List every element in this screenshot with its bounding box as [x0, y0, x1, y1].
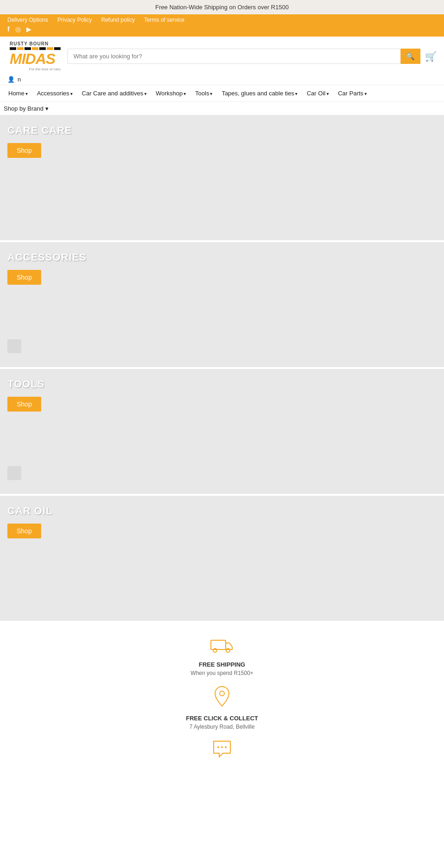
- header-icons: 🛒: [425, 51, 437, 62]
- account-row: 👤 n: [0, 76, 444, 85]
- tools-chevron: ▾: [210, 91, 212, 96]
- category-accessories: ACCESSORIES Shop: [0, 242, 444, 367]
- shop-by-brand-link[interactable]: Shop by Brand ▾: [4, 105, 49, 112]
- features-section: FREE SHIPPING When you spend R1500+ FREE…: [0, 623, 444, 789]
- cart-icon[interactable]: 🛒: [425, 51, 437, 62]
- home-chevron: ▾: [25, 91, 28, 96]
- feature-free-shipping: FREE SHIPPING When you spend R1500+: [7, 637, 437, 676]
- svg-point-5: [221, 746, 223, 748]
- main-nav: Home▾ Accessories▾ Car Care and additive…: [0, 85, 444, 102]
- car-oil-chevron: ▾: [327, 91, 329, 96]
- collect-subtitle: 7 Aylesbury Road, Bellville: [189, 724, 254, 730]
- search-input[interactable]: [68, 49, 420, 64]
- search-button[interactable]: 🔍: [401, 49, 420, 64]
- tools-thumb: [7, 466, 21, 480]
- category-tools-title: TOOLS: [7, 378, 437, 390]
- category-care-care: CARE CARE Shop: [0, 115, 444, 240]
- social-bar: f ◎ ▶: [0, 25, 444, 37]
- logo-wrap: RUSTY BOURN MIDAS For the love of cars: [10, 41, 61, 71]
- collect-title: FREE CLICK & COLLECT: [186, 715, 258, 722]
- shipping-title: FREE SHIPPING: [199, 661, 245, 668]
- car-care-chevron: ▾: [144, 91, 147, 96]
- shipping-subtitle: When you spend R1500+: [191, 670, 253, 676]
- feature-click-collect: FREE CLICK & COLLECT 7 Aylesbury Road, B…: [7, 686, 437, 730]
- accessories-thumb: [7, 339, 21, 353]
- category-care-care-title: CARE CARE: [7, 125, 437, 137]
- shop-care-care-button[interactable]: Shop: [7, 143, 41, 158]
- nav-car-care[interactable]: Car Care and additives▾: [77, 85, 151, 101]
- tapes-chevron: ▾: [295, 91, 297, 96]
- nav-workshop[interactable]: Workshop▾: [151, 85, 191, 101]
- terms-of-service-link[interactable]: Terms of service: [144, 17, 184, 23]
- refund-policy-link[interactable]: Refund policy: [101, 17, 135, 23]
- category-tools: TOOLS Shop: [0, 369, 444, 494]
- nav-home[interactable]: Home▾: [4, 85, 32, 101]
- svg-point-6: [225, 746, 227, 748]
- logo-tagline: For the love of cars: [10, 67, 61, 71]
- category-accessories-title: ACCESSORIES: [7, 251, 437, 263]
- nav-accessories[interactable]: Accessories▾: [32, 85, 77, 101]
- account-label: n: [18, 76, 21, 83]
- top-banner: Free Nation-Wide Shipping on Orders over…: [0, 0, 444, 14]
- delivery-options-link[interactable]: Delivery Options: [7, 17, 48, 23]
- shipping-icon: [210, 637, 234, 657]
- accessories-chevron: ▾: [70, 91, 73, 96]
- car-parts-chevron: ▾: [364, 91, 367, 96]
- privacy-policy-link[interactable]: Privacy Policy: [57, 17, 92, 23]
- instagram-icon[interactable]: ◎: [15, 25, 21, 33]
- svg-rect-0: [211, 640, 226, 649]
- category-car-oil: CAR OIL Shop: [0, 496, 444, 621]
- workshop-chevron: ▾: [184, 91, 186, 96]
- logo-name: MIDAS: [10, 51, 61, 67]
- shop-tools-button[interactable]: Shop: [7, 397, 41, 412]
- shop-accessories-button[interactable]: Shop: [7, 270, 41, 285]
- shop-by-brand-chevron: ▾: [45, 105, 49, 112]
- svg-point-3: [220, 691, 224, 696]
- header: RUSTY BOURN MIDAS For the love of cars 🔍…: [0, 37, 444, 76]
- shop-car-oil-button[interactable]: Shop: [7, 524, 41, 538]
- banner-text: Free Nation-Wide Shipping on Orders over…: [155, 4, 289, 11]
- location-icon: [214, 686, 230, 711]
- feature-support: [7, 739, 437, 766]
- shop-by-brand-label: Shop by Brand: [4, 105, 43, 112]
- secondary-nav: Shop by Brand ▾: [0, 102, 444, 115]
- nav-tapes[interactable]: Tapes, glues and cable ties▾: [217, 85, 302, 101]
- top-nav-bar: Delivery Options Privacy Policy Refund p…: [0, 14, 444, 25]
- nav-car-oil[interactable]: Car Oil▾: [302, 85, 333, 101]
- logo-company: RUSTY BOURN: [10, 41, 61, 46]
- account-icon: 👤: [7, 76, 15, 83]
- svg-point-4: [217, 746, 219, 748]
- facebook-icon[interactable]: f: [7, 25, 10, 33]
- nav-car-parts[interactable]: Car Parts▾: [333, 85, 371, 101]
- logo[interactable]: RUSTY BOURN MIDAS For the love of cars: [10, 41, 61, 71]
- chat-icon: [212, 739, 232, 762]
- logo-area: RUSTY BOURN MIDAS For the love of cars: [7, 41, 63, 71]
- youtube-icon[interactable]: ▶: [26, 25, 31, 33]
- nav-tools[interactable]: Tools▾: [191, 85, 217, 101]
- search-area: 🔍: [68, 49, 420, 64]
- category-car-oil-title: CAR OIL: [7, 505, 437, 517]
